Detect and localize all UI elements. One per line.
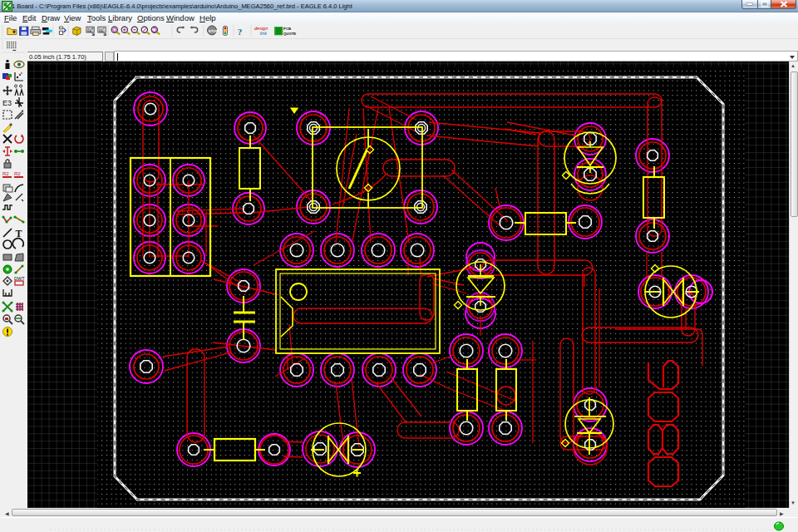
svg-text:R2: R2 [2, 171, 9, 176]
svg-text:DWT: DWT [14, 276, 25, 281]
svg-text:QUOTE: QUOTE [283, 32, 296, 36]
svg-text:STOP: STOP [209, 29, 219, 33]
svg-text:R2: R2 [14, 171, 21, 176]
svg-text:E3: E3 [2, 99, 12, 107]
svg-text:?: ? [238, 27, 243, 37]
svg-text:BAC: BAC [99, 30, 106, 33]
svg-text:link: link [260, 31, 268, 36]
svg-text:BAC: BAC [87, 30, 94, 33]
svg-text:PCB: PCB [283, 27, 291, 31]
